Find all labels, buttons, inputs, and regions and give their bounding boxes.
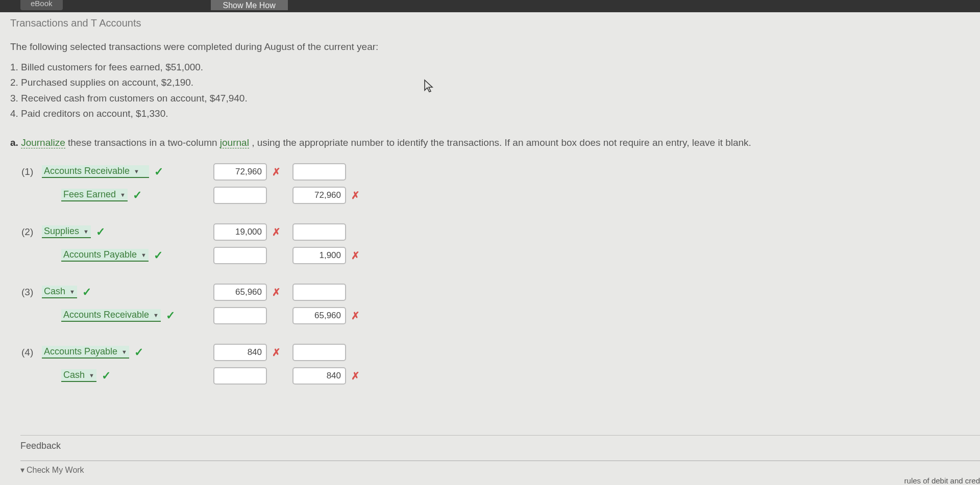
x-icon: ✗ [272, 346, 281, 359]
chevron-down-icon: ▼ [141, 252, 146, 258]
journal-row-debit: (3) Cash ▼ ✓ ✗ [21, 282, 970, 302]
tab-show-me-how[interactable]: Show Me How [211, 0, 288, 10]
entry-number: (3) [21, 287, 42, 298]
journal-group: (1) Accounts Receivable ▼ ✓ ✗ [21, 162, 970, 206]
account-select[interactable]: Accounts Payable ▼ [61, 249, 149, 262]
feedback-title: Feedback [20, 436, 980, 461]
debit-input[interactable] [213, 163, 267, 181]
check-icon: ✓ [154, 249, 163, 262]
credit-input[interactable] [292, 247, 346, 264]
account-label: Fees Earned [63, 189, 116, 200]
feedback-section: Feedback ▾ Check My Work [20, 435, 980, 475]
x-icon: ✗ [272, 226, 281, 238]
account-select[interactable]: Accounts Payable ▼ [42, 346, 129, 359]
journal-row-credit: Accounts Receivable ▼ ✓ ✗ [21, 305, 970, 326]
instruction-mid: these transactions in a two-column [68, 137, 220, 148]
debit-input[interactable] [213, 344, 267, 361]
content-area: Transactions and T Accounts The followin… [0, 12, 980, 386]
account-select[interactable]: Accounts Receivable ▼ [61, 309, 161, 322]
x-icon: ✗ [351, 310, 360, 322]
account-select[interactable]: Accounts Receivable ▼ [42, 165, 149, 178]
account-label: Cash [44, 286, 65, 297]
credit-input[interactable] [292, 163, 346, 181]
journal-entries: (1) Accounts Receivable ▼ ✓ ✗ [10, 162, 970, 386]
check-icon: ✓ [82, 286, 91, 299]
journal-row-credit: Accounts Payable ▼ ✓ ✗ [21, 245, 970, 266]
check-icon: ✓ [154, 165, 163, 178]
account-select[interactable]: Cash ▼ [61, 369, 96, 382]
transaction-item: 4. Paid creditors on account, $1,330. [10, 106, 970, 121]
top-bar: eBook Show Me How [0, 0, 980, 12]
transaction-list: 1. Billed customers for fees earned, $51… [10, 60, 970, 122]
chevron-down-icon: ▼ [69, 289, 75, 295]
account-label: Cash [63, 370, 85, 380]
chevron-down-icon: ▼ [83, 228, 89, 235]
chevron-down-icon: ▼ [153, 312, 159, 318]
account-label: Accounts Receivable [63, 310, 149, 320]
instruction-rest: , using the appropriate number to identi… [252, 137, 751, 148]
credit-input[interactable] [292, 284, 346, 301]
chevron-down-icon: ▼ [120, 192, 126, 198]
journal-group: (3) Cash ▼ ✓ ✗ [21, 282, 970, 326]
intro-text: The following selected transactions were… [10, 41, 970, 53]
x-icon: ✗ [351, 189, 360, 201]
entry-number: (1) [21, 166, 42, 177]
debit-input[interactable] [213, 247, 267, 264]
check-my-work-button[interactable]: ▾ Check My Work [20, 465, 980, 475]
account-select[interactable]: Supplies ▼ [42, 225, 91, 238]
check-icon: ✓ [166, 309, 175, 322]
instruction-prefix: a. [10, 137, 21, 148]
tab-ebook[interactable]: eBook [20, 0, 63, 10]
x-icon: ✗ [351, 249, 360, 262]
account-label: Accounts Receivable [44, 166, 130, 176]
debit-input[interactable] [213, 223, 267, 241]
account-select[interactable]: Cash ▼ [42, 286, 77, 298]
credit-input[interactable] [292, 367, 346, 385]
chevron-down-icon: ▼ [134, 168, 139, 174]
link-journalize[interactable]: Journalize [21, 137, 65, 148]
journal-row-debit: (2) Supplies ▼ ✓ ✗ [21, 222, 970, 242]
credit-input[interactable] [292, 223, 346, 241]
journal-row-credit: Fees Earned ▼ ✓ ✗ [21, 185, 970, 206]
instruction-text: a. Journalize these transactions in a tw… [10, 137, 970, 148]
transaction-item: 3. Received cash from customers on accou… [10, 91, 970, 106]
link-journal[interactable]: journal [220, 137, 249, 148]
journal-row-debit: (4) Accounts Payable ▼ ✓ ✗ [21, 342, 970, 363]
account-select[interactable]: Fees Earned ▼ [61, 189, 128, 201]
debit-input[interactable] [213, 284, 267, 301]
debit-input[interactable] [213, 307, 267, 324]
cursor-icon [424, 79, 435, 97]
page-title: Transactions and T Accounts [10, 17, 970, 29]
journal-row-credit: Cash ▼ ✓ ✗ [21, 366, 970, 386]
account-label: Supplies [44, 226, 79, 237]
check-icon: ✓ [134, 346, 143, 359]
chevron-down-icon: ▼ [121, 349, 127, 355]
credit-input[interactable] [292, 307, 346, 324]
transaction-item: 2. Purchased supplies on account, $2,190… [10, 75, 970, 90]
chevron-down-icon: ▼ [89, 372, 94, 378]
credit-input[interactable] [292, 187, 346, 204]
check-icon: ✓ [133, 189, 142, 202]
debit-input[interactable] [213, 367, 267, 385]
x-icon: ✗ [272, 166, 281, 178]
check-icon: ✓ [96, 225, 105, 239]
journal-group: (2) Supplies ▼ ✓ ✗ [21, 222, 970, 266]
x-icon: ✗ [272, 286, 281, 298]
entry-number: (2) [21, 226, 42, 238]
cutoff-text: rules of debit and cred [904, 476, 980, 485]
account-label: Accounts Payable [44, 346, 117, 357]
credit-input[interactable] [292, 344, 346, 361]
account-label: Accounts Payable [63, 249, 137, 260]
entry-number: (4) [21, 347, 42, 358]
check-icon: ✓ [102, 369, 111, 382]
journal-row-debit: (1) Accounts Receivable ▼ ✓ ✗ [21, 162, 970, 182]
chevron-down-icon: ▾ [20, 465, 24, 475]
check-work-label: Check My Work [27, 466, 84, 475]
journal-group: (4) Accounts Payable ▼ ✓ ✗ [21, 342, 970, 386]
debit-input[interactable] [213, 187, 267, 204]
x-icon: ✗ [351, 370, 360, 382]
transaction-item: 1. Billed customers for fees earned, $51… [10, 60, 970, 75]
